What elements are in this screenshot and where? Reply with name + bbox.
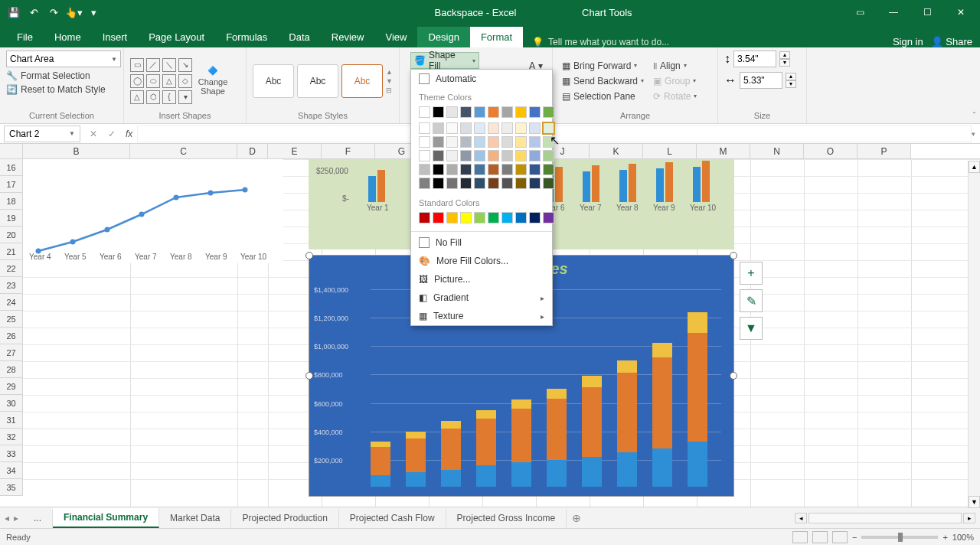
- color-swatch[interactable]: [419, 178, 430, 189]
- row-header[interactable]: 20: [0, 227, 23, 243]
- color-swatch[interactable]: [419, 136, 430, 148]
- color-swatch[interactable]: [446, 178, 458, 189]
- chart-filters-button[interactable]: ▼: [740, 317, 763, 340]
- picture-fill-item[interactable]: 🖼 Picture...: [411, 270, 552, 289]
- color-swatch[interactable]: [529, 136, 541, 148]
- resize-handle[interactable]: [730, 252, 737, 259]
- color-swatch[interactable]: [446, 212, 458, 223]
- color-swatch[interactable]: [460, 178, 472, 189]
- color-swatch[interactable]: [488, 122, 499, 134]
- resize-handle[interactable]: [305, 252, 313, 259]
- sheet-tab[interactable]: Projected Gross Income: [446, 509, 567, 527]
- color-swatch[interactable]: [529, 150, 541, 161]
- shape-gallery[interactable]: ▭／＼↘ ◯⬭△◇ △⬡{▾: [130, 58, 192, 104]
- zoom-out-button[interactable]: −: [852, 533, 857, 542]
- resize-handle[interactable]: [305, 372, 313, 380]
- row-header[interactable]: 33: [0, 445, 23, 462]
- zoom-level[interactable]: 100%: [952, 533, 974, 542]
- col-header[interactable]: P: [858, 144, 911, 158]
- maximize-button[interactable]: ☐: [911, 2, 943, 23]
- col-header[interactable]: D: [237, 144, 268, 158]
- sheet-tab[interactable]: Projected Production: [231, 509, 338, 527]
- tab-file[interactable]: File: [6, 27, 44, 47]
- row-header[interactable]: 18: [0, 193, 23, 210]
- color-swatch[interactable]: [419, 212, 430, 223]
- tab-insert[interactable]: Insert: [92, 27, 139, 47]
- sheet-tab[interactable]: Projected Cash Flow: [339, 509, 446, 527]
- fill-automatic[interactable]: Automatic: [411, 70, 552, 88]
- chart-element-selector[interactable]: Chart Area▼: [6, 51, 121, 67]
- color-swatch[interactable]: [446, 150, 458, 161]
- row-header[interactable]: 29: [0, 378, 23, 395]
- minimize-button[interactable]: —: [877, 2, 910, 23]
- selection-pane-button[interactable]: ▤Selection Pane: [559, 90, 647, 103]
- add-sheet-button[interactable]: ⊕: [567, 512, 586, 524]
- col-header[interactable]: M: [697, 144, 750, 158]
- group-button[interactable]: ▣Group ▾: [650, 74, 700, 88]
- scroll-down-button[interactable]: ▼: [969, 496, 980, 508]
- color-swatch[interactable]: [529, 122, 541, 134]
- tell-me-search[interactable]: 💡 Tell me what you want to do...: [523, 37, 893, 47]
- color-swatch[interactable]: [474, 106, 485, 118]
- col-header[interactable]: F: [322, 144, 375, 158]
- color-swatch[interactable]: [460, 150, 472, 161]
- scroll-up-button[interactable]: ▲: [969, 161, 980, 173]
- color-swatch[interactable]: [543, 136, 554, 148]
- row-header[interactable]: 28: [0, 361, 23, 378]
- tab-format[interactable]: Format: [470, 27, 523, 47]
- col-header[interactable]: L: [643, 144, 697, 158]
- shape-style-2[interactable]: Abc: [297, 64, 338, 98]
- color-swatch[interactable]: [543, 164, 554, 175]
- color-swatch[interactable]: [543, 106, 554, 118]
- shape-style-3[interactable]: Abc: [341, 64, 383, 98]
- color-swatch[interactable]: [501, 136, 513, 148]
- color-swatch[interactable]: [501, 106, 513, 118]
- row-header[interactable]: 21: [0, 243, 23, 260]
- normal-view-button[interactable]: [792, 531, 808, 543]
- zoom-slider[interactable]: [861, 536, 938, 539]
- row-header[interactable]: 22: [0, 260, 23, 277]
- select-all-corner[interactable]: [0, 144, 23, 158]
- color-swatch[interactable]: [433, 106, 444, 118]
- color-swatch[interactable]: [501, 212, 513, 223]
- color-swatch[interactable]: [488, 150, 499, 161]
- color-swatch[interactable]: [433, 212, 444, 223]
- page-break-view-button[interactable]: [832, 531, 848, 543]
- color-swatch[interactable]: [419, 164, 430, 175]
- color-swatch[interactable]: [446, 136, 458, 148]
- color-swatch[interactable]: [433, 150, 444, 161]
- style-gallery-more[interactable]: ⊟: [386, 86, 393, 94]
- shape-fill-button[interactable]: 🪣 Shape Fill ▾: [410, 52, 479, 69]
- color-swatch[interactable]: [529, 212, 541, 223]
- color-swatch[interactable]: [474, 122, 485, 134]
- color-swatch[interactable]: [501, 178, 513, 189]
- row-header[interactable]: 30: [0, 395, 23, 412]
- row-header[interactable]: 34: [0, 462, 23, 479]
- no-fill-item[interactable]: No Fill: [411, 233, 552, 252]
- color-swatch[interactable]: [529, 178, 541, 189]
- color-swatch[interactable]: [501, 150, 513, 161]
- color-swatch[interactable]: [515, 164, 527, 175]
- reset-match-style-button[interactable]: 🔄Reset to Match Style: [6, 84, 117, 95]
- color-swatch[interactable]: [433, 164, 444, 175]
- rotate-button[interactable]: ⟳Rotate ▾: [650, 90, 700, 103]
- save-button[interactable]: 💾: [5, 3, 23, 21]
- color-swatch[interactable]: [419, 122, 430, 134]
- col-header[interactable]: N: [750, 144, 804, 158]
- row-header[interactable]: 17: [0, 176, 23, 193]
- color-swatch[interactable]: [474, 136, 485, 148]
- col-header[interactable]: K: [590, 144, 643, 158]
- color-swatch[interactable]: [515, 212, 527, 223]
- chart-styles-button[interactable]: ✎: [740, 289, 763, 312]
- sheet-tab[interactable]: Market Data: [159, 509, 231, 527]
- color-swatch[interactable]: [446, 106, 458, 118]
- color-swatch[interactable]: [515, 150, 527, 161]
- color-swatch[interactable]: [488, 178, 499, 189]
- width-up[interactable]: ▲: [786, 73, 796, 80]
- row-header[interactable]: 24: [0, 294, 23, 311]
- color-swatch[interactable]: [529, 106, 541, 118]
- scroll-left-button[interactable]: ◂: [795, 513, 807, 523]
- height-down[interactable]: ▼: [779, 59, 790, 67]
- enter-formula-button[interactable]: ✓: [103, 129, 121, 139]
- color-swatch[interactable]: [543, 178, 554, 189]
